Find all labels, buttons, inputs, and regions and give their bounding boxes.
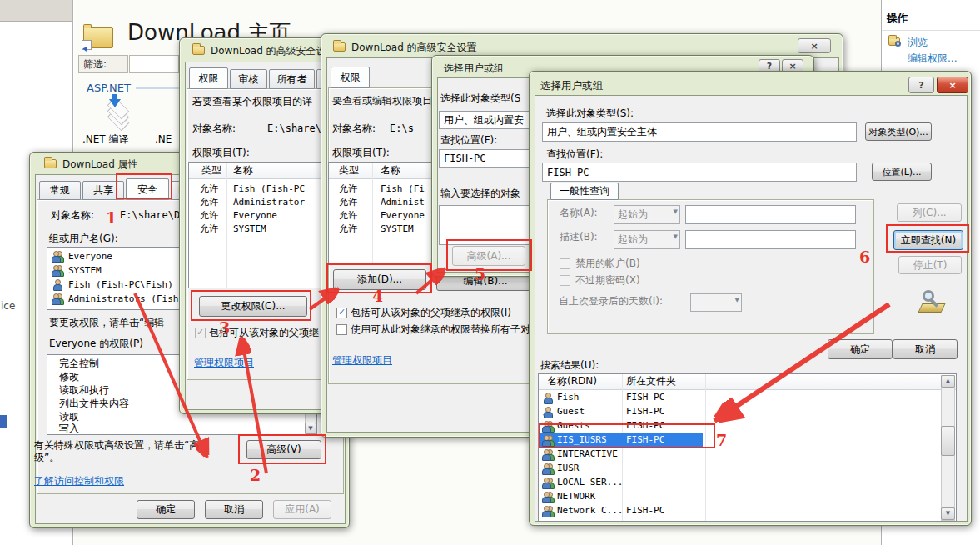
object-type-field[interactable]: 用户、组或内置安全主体 xyxy=(542,122,857,142)
result-row[interactable]: IUSR xyxy=(539,461,939,475)
select-dialog2-title: 选择用户或组 xyxy=(540,79,603,93)
perm-item: 读取和执行 xyxy=(59,384,109,397)
group-item[interactable]: Fish (Fish-PC\Fish) xyxy=(68,278,173,291)
inherit-checkbox[interactable] xyxy=(195,328,206,338)
enter-names-label: 输入要选择的对象 xyxy=(440,188,520,200)
result-row[interactable]: INTERACTIVE xyxy=(539,447,939,461)
cell-name: Administrator xyxy=(233,196,305,208)
scroll-down-icon[interactable]: ▼ xyxy=(305,422,316,434)
tab-sharing[interactable]: 共享 xyxy=(82,181,124,200)
cell-name: Fish (Fi xyxy=(381,182,425,195)
stop-button[interactable]: 停止(T) xyxy=(898,256,962,274)
manage-entries-link[interactable]: 管理权限项目 xyxy=(194,357,254,369)
result-row[interactable]: NETWORK xyxy=(539,489,939,503)
col-in-folder[interactable]: 所在文件夹 xyxy=(626,375,676,388)
tab-permissions[interactable]: 权限 xyxy=(189,68,228,89)
tab-security[interactable]: 安全 xyxy=(126,178,169,200)
result-row[interactable]: GuestsFISH-PC xyxy=(539,418,939,432)
disabled-accounts-checkbox[interactable] xyxy=(560,258,570,269)
add-button[interactable]: 添加(D)... xyxy=(333,269,426,290)
replace-checkbox-label: 使用可从此对象继承的权限替换所有子对 xyxy=(351,323,530,336)
non-expiring-password-label: 不过期密码(X) xyxy=(575,274,640,287)
scroll-thumb[interactable] xyxy=(941,426,955,456)
col-name[interactable]: 名称 xyxy=(233,164,253,177)
cell-name: Everyone xyxy=(233,209,277,222)
cell-type: 允许 xyxy=(339,182,357,195)
tab-permissions[interactable]: 权限 xyxy=(331,67,370,88)
scroll-up-icon[interactable]: ▲ xyxy=(941,375,955,388)
close-icon[interactable]: × xyxy=(798,38,831,53)
object-name-label: 对象名称: xyxy=(51,209,94,222)
cell-type: 允许 xyxy=(200,222,218,235)
screenshot-stage: ice DownLoad 主页 筛选: ASP.NET .NET 编译 .NE … xyxy=(0,0,980,545)
col-type[interactable]: 类型 xyxy=(201,164,221,177)
perm-entries-table[interactable]: 类型 名称 允许 Fish (Fi 允许 Administ 允许 Everyon… xyxy=(328,162,441,265)
name-op-combo[interactable]: 起始为▼ xyxy=(614,205,680,224)
col-name[interactable]: 名称 xyxy=(381,164,400,177)
cell-name: Fish (Fish-PC xyxy=(233,182,305,195)
result-row[interactable]: ↓ GuestFISH-PC xyxy=(539,404,939,418)
cancel-button[interactable]: 取消 xyxy=(893,339,958,359)
non-expiring-password-checkbox[interactable] xyxy=(560,275,570,286)
browse-lens-icon xyxy=(895,41,901,47)
inherit-checkbox-label: 包括可从该对象的父项继承的权限(I) xyxy=(351,307,511,319)
browse-link[interactable]: 浏览 xyxy=(908,37,928,49)
close-icon[interactable]: × xyxy=(937,77,968,93)
edit-permissions-link[interactable]: 编辑权限... xyxy=(908,52,957,65)
ok-button[interactable]: 确定 xyxy=(828,339,893,359)
perm-item: 修改 xyxy=(59,371,79,383)
net-compile-label[interactable]: .NET 编译 xyxy=(82,133,129,146)
advanced-hint-1: 有关特殊权限或高级设置，请单击“高 xyxy=(34,439,199,452)
ok-button[interactable]: 确定 xyxy=(137,500,195,519)
perm-entries-table[interactable]: 类型 名称 允许 Fish (Fish-PC 允许 Administrator … xyxy=(188,162,330,288)
description-input[interactable] xyxy=(685,230,856,249)
location-field[interactable]: FISH-PC xyxy=(542,162,857,182)
cell-type: 允许 xyxy=(339,196,357,208)
advanced-button[interactable]: 高级(V) xyxy=(246,440,321,459)
scroll-down-icon[interactable]: ▼ xyxy=(941,508,955,520)
search-results-listview[interactable]: 名称(RDN) 所在文件夹 FishFISH-PC ↓ GuestFISH-PC… xyxy=(538,373,957,522)
result-row[interactable]: FishFISH-PC xyxy=(539,390,939,404)
edit-hint: 要更改权限，请单击“编辑 xyxy=(49,317,164,329)
dropdown-arrow-icon: ▼ xyxy=(674,208,678,215)
dialog-folder-icon xyxy=(333,42,346,52)
perm-item: 写入 xyxy=(59,422,79,435)
columns-button[interactable]: 列(C)... xyxy=(897,203,962,222)
description-op-combo[interactable]: 起始为▼ xyxy=(614,230,680,249)
days-since-logon-label: 自上次登录后的天数(I): xyxy=(559,295,663,308)
apply-button[interactable]: 应用(A) xyxy=(273,500,331,519)
cell-type: 允许 xyxy=(339,222,357,235)
aspnet-section-label: ASP.NET xyxy=(87,82,131,94)
group-item[interactable]: SYSTEM xyxy=(68,264,102,277)
net-compile-icon[interactable] xyxy=(100,93,138,132)
common-queries-tab[interactable]: 一般性查询 xyxy=(550,182,619,200)
learn-acl-link[interactable]: 了解访问控制和权限 xyxy=(34,475,124,488)
result-row[interactable]: LOCAL SER... xyxy=(539,475,939,489)
days-combo[interactable]: ▼ xyxy=(690,293,742,312)
locations-button[interactable]: 位置(L)... xyxy=(872,162,932,181)
change-permissions-button[interactable]: 更改权限(C)... xyxy=(199,296,307,317)
col-type[interactable]: 类型 xyxy=(339,164,359,177)
result-row-selected[interactable]: IIS_IUSRSFISH-PC xyxy=(539,432,939,447)
cancel-button[interactable]: 取消 xyxy=(205,500,263,519)
filter-input[interactable] xyxy=(129,55,179,73)
tab-auditing[interactable]: 审核 xyxy=(230,69,267,89)
help-icon[interactable]: ? xyxy=(908,77,934,93)
inherit-checkbox[interactable] xyxy=(336,308,347,318)
hint-text: 要查看或编辑权限项目 xyxy=(332,95,432,108)
properties-dialog-title: DownLoad 属性 xyxy=(62,158,138,172)
group-item[interactable]: Everyone xyxy=(68,250,112,262)
col-name-rdn[interactable]: 名称(RDN) xyxy=(547,375,597,388)
result-row[interactable]: Network C...FISH-PC xyxy=(539,503,939,518)
tab-owner[interactable]: 所有者 xyxy=(269,69,315,89)
find-now-button[interactable]: 立即查找(N) xyxy=(893,230,963,250)
object-types-button[interactable]: 对象类型(O)... xyxy=(865,122,932,141)
name-input[interactable] xyxy=(685,205,856,224)
tab-general[interactable]: 常规 xyxy=(39,181,81,200)
group-item[interactable]: Administrators (Fish xyxy=(68,292,178,305)
object-name-label: 对象名称: xyxy=(332,122,376,135)
object-name-value: E:\share\ xyxy=(267,122,321,135)
advanced-button[interactable]: 高级(A)... xyxy=(452,246,525,266)
replace-checkbox[interactable] xyxy=(336,324,347,335)
manage-entries-link[interactable]: 管理权限项目 xyxy=(332,354,392,367)
